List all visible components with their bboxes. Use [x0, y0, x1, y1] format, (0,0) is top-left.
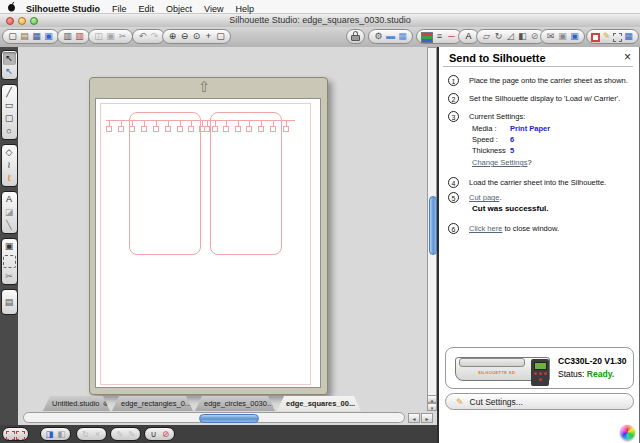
fit-to-window-icon[interactable]: ▢	[215, 30, 226, 43]
change-settings-link[interactable]: Change Settings	[472, 158, 527, 167]
cut-square[interactable]	[283, 126, 289, 132]
weld-icon[interactable]: ∪	[148, 428, 159, 440]
ellipse-tool[interactable]: ○	[3, 125, 16, 138]
tab-close-icon[interactable]: ⊗	[103, 399, 110, 408]
text-tool-icon[interactable]: A	[463, 30, 474, 43]
print-icon[interactable]: ▥	[62, 30, 73, 43]
send-to-back-icon[interactable]: ◧	[56, 428, 67, 440]
menu-object[interactable]: Object	[166, 4, 192, 14]
eyedropper-fill-icon[interactable]: ✎	[114, 428, 125, 440]
open-icon[interactable]: ▤	[19, 30, 30, 43]
line-tool[interactable]: ╱	[3, 86, 16, 99]
pan-icon[interactable]: +	[203, 30, 214, 43]
registration-marks-on-icon[interactable]: ▣	[569, 30, 580, 43]
edit-points-tool[interactable]: ↖	[3, 65, 16, 78]
lock-icon[interactable]	[351, 31, 360, 42]
document-tab-edge-circles-0030-[interactable]: edge_circles_0030...⊗	[195, 396, 275, 411]
rotate-icon[interactable]: ↻	[493, 30, 504, 43]
zoom-out-icon[interactable]: ⊖	[179, 30, 190, 43]
eyedropper-line-icon[interactable]: ✎	[126, 428, 137, 440]
cut-square[interactable]	[106, 126, 112, 132]
deselect-all-icon[interactable]	[16, 431, 25, 440]
document-tab-edge-squares-00-[interactable]: edge_squares_00...⊗	[277, 396, 361, 411]
horizontal-scroll-thumb[interactable]	[199, 414, 259, 423]
modify-icon[interactable]: ⊘	[529, 30, 540, 43]
cut-rounded-rectangle[interactable]	[129, 112, 201, 255]
menu-help[interactable]: Help	[235, 4, 254, 14]
scissors-tool[interactable]: ✂	[3, 270, 16, 283]
grid-settings-icon[interactable]: ▦	[397, 30, 408, 43]
line-color-icon[interactable]: ─	[446, 30, 457, 43]
menu-edit[interactable]: Edit	[139, 4, 155, 14]
registration-marks-icon[interactable]: ▣	[557, 30, 568, 43]
cut-border-icon[interactable]	[591, 33, 600, 42]
release-compound-icon[interactable]: ⊘	[160, 428, 171, 440]
design-canvas[interactable]: ⇧ Untitled.studio⊗edge_rectangles_0...⊗e…	[18, 47, 437, 425]
scale-icon[interactable]: ◿	[505, 30, 516, 43]
save-icon[interactable]: ▦	[31, 30, 42, 43]
fill-color-icon[interactable]	[421, 32, 433, 43]
select-tool[interactable]: ↖	[3, 52, 16, 65]
close-window-button[interactable]	[6, 17, 14, 25]
copy-icon[interactable]: ◫	[93, 30, 104, 43]
zoom-in-icon[interactable]: ⊕	[167, 30, 178, 43]
rotate-selection-icon[interactable]: ↻	[80, 428, 91, 440]
page-settings-icon[interactable]: ▬	[385, 30, 396, 43]
mirror-icon[interactable]: ◧	[517, 30, 528, 43]
undo-icon[interactable]: ↶	[137, 30, 148, 43]
freehand-tool[interactable]: ℓ	[3, 172, 16, 185]
curve-tool[interactable]: ≀	[3, 159, 16, 172]
vertical-scrollbar[interactable]	[427, 47, 437, 411]
eraser-tool[interactable]: ◪	[3, 206, 16, 219]
document-tab-untitled-studio[interactable]: Untitled.studio⊗	[43, 396, 110, 411]
rectangle-tool[interactable]: ▭	[3, 99, 16, 112]
select-all-icon[interactable]	[6, 431, 15, 440]
marquee-view-tool[interactable]	[3, 255, 16, 268]
apple-menu-icon[interactable]	[7, 1, 16, 12]
color-picker-ball-icon[interactable]	[620, 425, 635, 440]
highlight-pen-icon[interactable]: ✎	[601, 30, 612, 43]
select-marquee-icon[interactable]	[613, 33, 622, 42]
minimize-window-button[interactable]	[18, 17, 26, 25]
design-page-settings-icon[interactable]: ⚙	[373, 30, 384, 43]
pages-tool[interactable]: ▤	[3, 291, 16, 313]
send-to-silhouette-icon[interactable]: ✉	[545, 30, 556, 43]
panel-close-icon[interactable]: ×	[624, 50, 631, 64]
click-here-link[interactable]: Click here	[469, 224, 502, 233]
scroll-right-button[interactable]: ▸	[421, 413, 433, 423]
tab-close-icon[interactable]: ⊗	[358, 399, 365, 408]
menu-silhouette-studio[interactable]: Silhouette Studio	[26, 4, 100, 14]
show-grid-icon[interactable]: ▦	[623, 30, 634, 43]
cut-square[interactable]	[118, 126, 124, 132]
window-title-bar[interactable]: Silhouette Studio: edge_squares_0030.stu…	[0, 14, 640, 28]
cut-square[interactable]	[204, 126, 210, 132]
line-style-icon[interactable]: ≡	[434, 30, 445, 43]
print-to-silhouette-icon[interactable]: ▥	[74, 30, 85, 43]
menu-file[interactable]: File	[112, 4, 127, 14]
bring-to-front-icon[interactable]: ◨	[44, 428, 55, 440]
cut-settings-button[interactable]: ✎ Cut Settings...	[445, 393, 634, 410]
knife-tool[interactable]: ╲	[3, 219, 16, 232]
document-page[interactable]	[95, 98, 321, 388]
scroll-left-button[interactable]: ◂	[408, 413, 420, 423]
cut-page-link[interactable]: Cut page	[469, 193, 499, 202]
cut-rounded-rectangle[interactable]	[210, 112, 282, 255]
text-tool[interactable]: A	[3, 193, 16, 206]
horizontal-scrollbar[interactable]	[23, 412, 405, 423]
zoom-selection-icon[interactable]: ⊙	[191, 30, 202, 43]
rounded-rectangle-tool[interactable]: ▢	[3, 112, 16, 125]
replicate-icon[interactable]: ▱	[481, 30, 492, 43]
new-document-icon[interactable]: ▢	[7, 30, 18, 43]
document-tab-edge-rectangles-0-[interactable]: edge_rectangles_0...⊗	[112, 396, 193, 411]
scroll-up-button[interactable]: ▴	[427, 395, 437, 403]
delete-icon[interactable]: ×	[92, 428, 103, 440]
fill-view-tool[interactable]: ▣	[3, 240, 16, 253]
redo-icon[interactable]: ↷	[149, 30, 160, 43]
polygon-tool[interactable]: ◇	[3, 146, 16, 159]
zoom-window-button[interactable]	[30, 17, 38, 25]
menu-view[interactable]: View	[204, 4, 223, 14]
save-as-icon[interactable]: ▣	[43, 30, 54, 43]
vertical-scroll-thumb[interactable]	[429, 196, 437, 255]
paste-icon[interactable]: ▣	[105, 30, 116, 43]
scroll-down-button[interactable]: ▾	[427, 403, 437, 411]
